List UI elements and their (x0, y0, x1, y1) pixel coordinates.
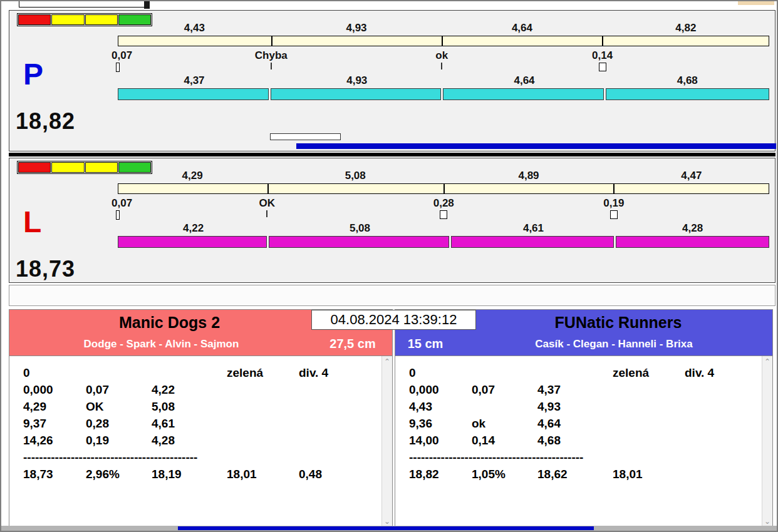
split-marker-box (440, 210, 447, 219)
table-cell: 4,61 (152, 415, 227, 432)
team-roster: Dodge - Spark - Alvin - Sajmon (9, 338, 313, 350)
table-cell: 0,000 (409, 381, 472, 398)
table-row: 9,36ok4,64 (395, 415, 762, 432)
table-cell: 18,01 (227, 466, 299, 483)
segment-time-label: 4,64 (442, 22, 602, 34)
light-yellow-1 (51, 162, 84, 173)
empty-list-strip (9, 285, 775, 306)
table-cell: 18,19 (152, 466, 227, 483)
table-cell: 0 (409, 364, 472, 381)
table-cell: 4,68 (537, 432, 613, 449)
table-cell: 18,62 (537, 466, 613, 483)
split-marker-tick (116, 63, 120, 72)
table-cell (685, 415, 762, 432)
lane-total-time: 18,82 (16, 108, 75, 135)
roster-line: Dodge - Spark - Alvin - Sajmon 27,5 cm (9, 334, 392, 354)
light-yellow-2 (85, 14, 118, 25)
table-cell: 4,22 (152, 381, 227, 398)
table-separator: ----------------------------------------… (9, 449, 381, 466)
table-totals-row: 18,821,05%18,6218,01 (395, 466, 762, 483)
table-cell (299, 398, 381, 415)
team-results-area[interactable]: 0zelenádiv. 40,0000,074,224,29OK5,089,37… (9, 356, 392, 529)
split-marker-line (266, 210, 267, 217)
table-cell: OK (86, 398, 152, 415)
lane-split-labels: 4,225,084,614,28 (118, 222, 769, 235)
lane-bars: 4,295,084,894,47 0,07OK0,280,19 4,225,08… (118, 158, 769, 282)
lane-divider (9, 153, 775, 156)
status-progress (178, 526, 594, 530)
lane-bar-segment (443, 88, 603, 100)
split-marker-box (610, 210, 618, 219)
lane-bar-segment (118, 88, 269, 100)
table-cell (685, 432, 762, 449)
lane-bar (118, 236, 769, 248)
table-cell (685, 398, 762, 415)
roster-line: 15 cm Casík - Clegan - Hanneli - Brixa (395, 334, 772, 354)
table-cell: 4,29 (23, 398, 86, 415)
lane-segment-time-label: 4,64 (443, 74, 605, 87)
table-cell: 4,37 (537, 381, 613, 398)
progress-bar (296, 143, 776, 149)
table-row: 0,0000,074,22 (9, 381, 381, 398)
results-scrollbar[interactable]: ⌃ ⌄ (381, 356, 392, 529)
split-row-labels: 0,07OK0,280,19 (118, 197, 769, 208)
split-status-label: 0,19 (603, 197, 624, 210)
team-table: 0zelenádiv. 40,0000,074,224,29OK5,089,37… (9, 356, 381, 529)
table-cell (537, 364, 613, 381)
lane-bar (118, 88, 769, 100)
split-status-label: OK (259, 197, 275, 210)
lane-bar-segment (451, 236, 615, 248)
segment-time-label: 4,43 (118, 22, 271, 34)
lane-segment-time-label: 5,08 (269, 222, 450, 235)
table-cell (227, 398, 299, 415)
team-panel-left: Manic Dogs 2 Dodge - Spark - Alvin - Saj… (9, 309, 393, 528)
segment-divider (443, 184, 445, 193)
lane-bars: 4,434,934,644,82 0,07Chybaok0,14 4,374,9… (118, 11, 769, 151)
table-cell: 0,000 (23, 381, 86, 398)
lane-bar-segment (271, 88, 441, 100)
scroll-up-icon[interactable]: ⌃ (762, 357, 772, 368)
team-results-area[interactable]: 0zelenádiv. 40,0000,074,374,434,939,36ok… (395, 356, 772, 529)
table-cell (227, 432, 299, 449)
segment-time-label: 5,08 (267, 170, 443, 182)
table-row: 4,29OK5,08 (9, 398, 381, 415)
lane-bar-segment (118, 236, 267, 248)
table-cell (152, 364, 227, 381)
lane-bar-segment (269, 236, 449, 248)
table-separator: ----------------------------------------… (395, 449, 762, 466)
status-bar (1, 526, 777, 531)
segment-time-label: 4,82 (603, 22, 769, 34)
table-cell: 0,48 (299, 466, 381, 483)
segment-time-label: 4,93 (271, 22, 442, 34)
datetime-display: 04.08.2024 13:39:12 (311, 310, 476, 330)
table-row: 9,370,284,61 (9, 415, 381, 432)
table-cell: 0,07 (472, 381, 537, 398)
table-cell: 14,26 (23, 432, 86, 449)
lane-segment-time-label: 4,61 (451, 222, 616, 235)
table-cell: 9,36 (409, 415, 472, 432)
split-status-label: 0,14 (592, 49, 613, 62)
table-cell (613, 381, 685, 398)
split-markers (118, 210, 769, 220)
total-bar (118, 36, 769, 46)
split-marker-tick (116, 210, 120, 220)
table-cell: 0 (23, 364, 86, 381)
table-cell: 18,82 (409, 466, 472, 483)
table-cell: 4,64 (537, 415, 613, 432)
results-scrollbar[interactable]: ⌃ ⌄ (762, 356, 772, 529)
table-cell: 4,93 (537, 398, 613, 415)
table-cell: 14,00 (409, 432, 472, 449)
table-cell (472, 364, 537, 381)
table-cell: 0,14 (472, 432, 537, 449)
light-red (18, 14, 51, 25)
table-cell: 18,73 (23, 466, 86, 483)
split-marker-line (271, 63, 272, 69)
scroll-up-icon[interactable]: ⌃ (382, 357, 392, 368)
segment-divider (267, 184, 269, 193)
lane-letter: P (23, 59, 43, 90)
lane-segment-time-label: 4,28 (616, 222, 769, 235)
window-fragment-notch (144, 1, 150, 9)
jump-height: 27,5 cm (313, 337, 392, 351)
team-panel-right: FUNatic Runners 15 cm Casík - Clegan - H… (395, 309, 773, 528)
table-cell (613, 432, 685, 449)
